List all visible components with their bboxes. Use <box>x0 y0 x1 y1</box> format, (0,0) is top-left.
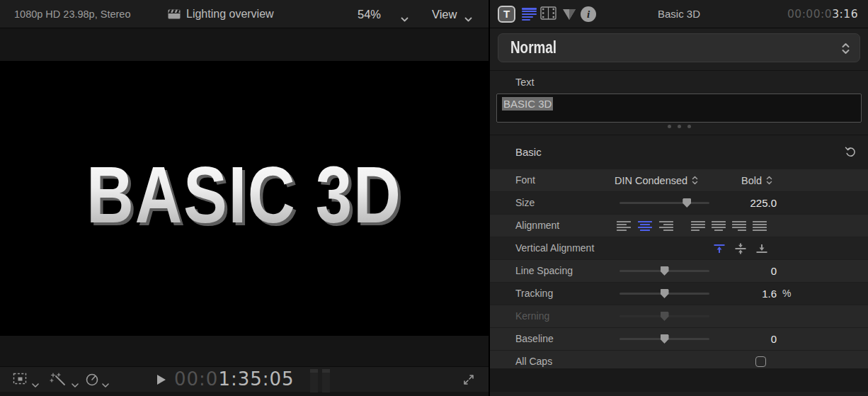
selected-text: BASIC 3D <box>502 97 553 111</box>
updown-chevrons-icon <box>766 175 772 186</box>
justify-last-center-icon[interactable] <box>712 221 726 231</box>
justify-all-icon[interactable] <box>753 221 767 231</box>
text-section-label: Text <box>515 77 535 88</box>
tracking-value[interactable]: 1.6 <box>724 283 777 305</box>
basic-section-rows: Font DIN Condensed Bold Size 225.0 <box>490 169 868 373</box>
size-slider[interactable] <box>619 192 709 214</box>
font-weight-value: Bold <box>741 175 762 186</box>
audio-meter-left[interactable] <box>310 369 318 392</box>
align-left-icon[interactable] <box>617 221 631 231</box>
justify-last-left-icon[interactable] <box>691 221 705 231</box>
slider-handle <box>661 312 669 321</box>
viewer-toolbar: 00:01:35:05 <box>0 366 489 392</box>
inspector-timecode: 00:00:03:16 <box>787 0 858 28</box>
baseline-value[interactable]: 0 <box>724 328 777 350</box>
section-divider <box>490 135 868 135</box>
slider-handle[interactable] <box>661 289 669 298</box>
text-inspector-pane: T Basic 3D 00:00:03:16 <box>490 0 868 396</box>
kerning-row: Kerning <box>490 305 868 327</box>
baseline-row: Baseline 0 <box>490 328 868 350</box>
chevron-down-icon[interactable] <box>72 378 79 390</box>
valign-middle-icon[interactable] <box>733 243 748 257</box>
font-family-popup[interactable]: DIN Condensed <box>603 169 709 191</box>
text-style-dropdown[interactable]: Normal <box>498 33 860 62</box>
inspector-bottom-strip <box>490 368 868 392</box>
size-value[interactable]: 225.0 <box>724 192 777 214</box>
playhead-timecode[interactable]: 00:01:35:05 <box>174 367 295 391</box>
size-label: Size <box>515 192 535 214</box>
chevron-down-icon[interactable] <box>464 12 472 25</box>
inspector-timecode-dim: 00:00:0 <box>787 8 832 21</box>
fullscreen-expand-icon[interactable] <box>462 373 476 390</box>
alignment-row: Alignment <box>490 215 868 237</box>
vertical-alignment-label: Vertical Alignment <box>515 237 594 259</box>
chevron-down-icon[interactable] <box>401 12 409 25</box>
size-row: Size 225.0 <box>490 192 868 214</box>
valign-bottom-icon[interactable] <box>755 243 769 257</box>
text-content-field[interactable]: BASIC 3D <box>496 94 862 123</box>
line-spacing-row: Line Spacing 0 <box>490 260 868 282</box>
project-title: Lighting overview <box>186 0 274 28</box>
align-center-icon[interactable] <box>638 221 652 231</box>
transform-tool-button[interactable] <box>13 373 28 388</box>
retime-button[interactable] <box>85 373 101 390</box>
vertical-alignment-row: Vertical Alignment <box>490 237 868 259</box>
format-info: 1080p HD 23.98p, Stereo <box>14 0 130 28</box>
line-spacing-value[interactable]: 0 <box>724 260 777 282</box>
font-family-value: DIN Condensed <box>615 175 687 186</box>
clapperboard-icon <box>168 9 181 22</box>
tracking-unit: % <box>782 283 791 305</box>
text-style-value: Normal <box>510 34 556 62</box>
justify-last-right-icon[interactable] <box>732 221 746 231</box>
chevron-down-icon[interactable] <box>102 378 109 390</box>
kerning-label: Kerning <box>515 305 549 327</box>
basic-section-title: Basic <box>515 140 542 164</box>
inspector-timecode-bright: 3:16 <box>832 8 858 21</box>
video-frame[interactable]: BASIC 3D BASIC 3D <box>0 61 489 336</box>
slider-handle[interactable] <box>683 198 691 208</box>
tracking-label: Tracking <box>515 283 553 305</box>
timecode-dim: 00:0 <box>174 368 218 390</box>
play-button[interactable] <box>157 375 166 385</box>
updown-chevrons-icon <box>841 42 850 58</box>
viewer-canvas-area: BASIC 3D BASIC 3D <box>0 29 489 336</box>
baseline-slider[interactable] <box>619 328 709 350</box>
slider-handle[interactable] <box>661 334 669 344</box>
line-spacing-slider[interactable] <box>619 260 709 282</box>
reset-section-icon[interactable] <box>845 146 857 161</box>
canvas-3d-title-face: BASIC 3D <box>86 149 402 241</box>
kerning-slider <box>619 305 709 327</box>
inspector-header: T Basic 3D 00:00:03:16 <box>490 0 868 28</box>
zoom-level-menu[interactable]: 54% <box>358 0 381 28</box>
fcp-window: 1080p HD 23.98p, Stereo Lighting overvie… <box>0 0 868 396</box>
basic-section-header: Basic <box>490 140 868 164</box>
baseline-label: Baseline <box>515 328 554 350</box>
chevron-down-icon[interactable] <box>32 378 39 390</box>
updown-chevrons-icon <box>692 175 698 186</box>
viewer-pane: 1080p HD 23.98p, Stereo Lighting overvie… <box>0 0 489 396</box>
slider-handle[interactable] <box>661 266 669 276</box>
font-label: Font <box>515 169 535 191</box>
valign-top-icon[interactable] <box>712 243 726 257</box>
alignment-label: Alignment <box>515 215 559 237</box>
tracking-row: Tracking 1.6 % <box>490 283 868 305</box>
section-divider <box>490 70 868 71</box>
resize-handle[interactable] <box>490 125 868 128</box>
enhancements-wand-button[interactable] <box>50 373 68 390</box>
all-caps-checkbox[interactable] <box>755 356 766 367</box>
audio-meter-right[interactable] <box>322 369 330 392</box>
line-spacing-label: Line Spacing <box>515 260 573 282</box>
canvas-3d-title[interactable]: BASIC 3D BASIC 3D <box>86 149 402 241</box>
timecode-bright: 1:35:05 <box>218 368 294 390</box>
tracking-slider[interactable] <box>619 283 709 305</box>
viewer-header: 1080p HD 23.98p, Stereo Lighting overvie… <box>0 0 489 28</box>
view-menu[interactable]: View <box>432 0 457 28</box>
font-weight-popup[interactable]: Bold <box>725 169 789 191</box>
align-right-icon[interactable] <box>659 221 673 231</box>
font-row: Font DIN Condensed Bold <box>490 169 868 191</box>
